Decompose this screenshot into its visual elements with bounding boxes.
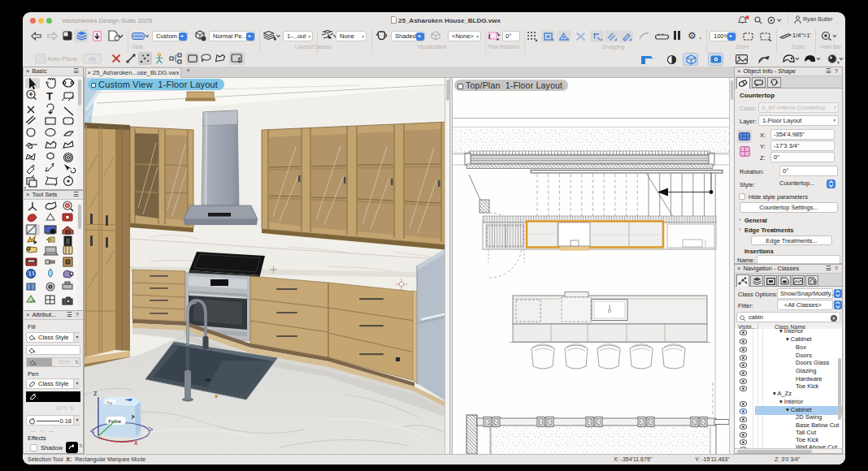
svg-text:Z: Z <box>93 391 98 396</box>
svg-text:T: T <box>46 90 53 102</box>
svg-text:X: X <box>134 440 138 446</box>
svg-text:Top: Top <box>106 401 113 405</box>
